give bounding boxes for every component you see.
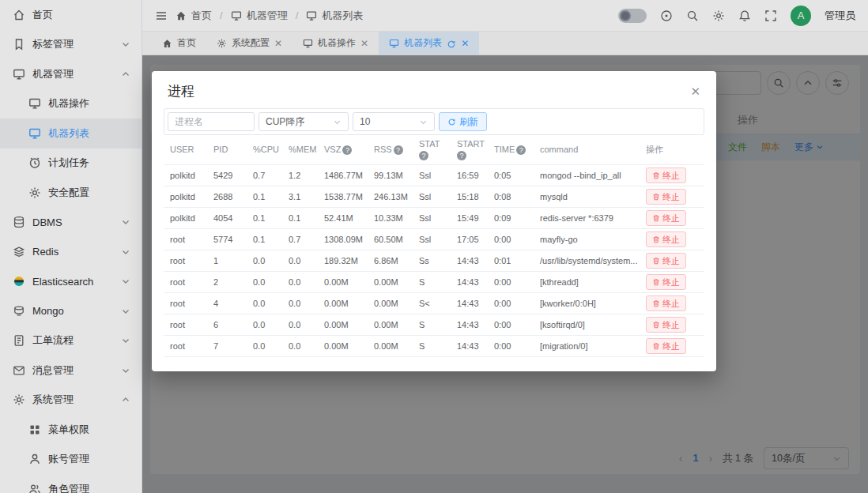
breadcrumb-item[interactable]: 机器管理 [247,9,288,23]
cell-mem: 0.0 [282,341,318,351]
sidebar-item-roles[interactable]: 角色管理 [0,474,142,493]
cell-rss: 0.00M [368,277,413,287]
menu-grid-icon [28,423,41,436]
cell-pid: 4 [207,299,247,308]
sidebar-item-accounts[interactable]: 账号管理 [0,445,142,475]
more-link[interactable]: 更多 [794,141,824,154]
sidebar-item-messages[interactable]: 消息管理 [0,356,142,386]
kill-process-button[interactable]: 终止 [646,231,686,247]
card-search-bar [709,71,849,95]
help-icon[interactable]: ? [457,151,466,160]
gear-icon[interactable] [712,9,725,22]
kill-process-button[interactable]: 终止 [646,253,686,269]
process-table-row: root 7 0.0 0.0 0.00M 0.00M S 14:43 0:00 … [164,336,704,357]
page-number[interactable]: 1 [693,453,698,464]
cell-time: 0:00 [488,235,534,244]
sidebar-item-menu-permissions[interactable]: 菜单权限 [0,415,142,445]
kill-process-button[interactable]: 终止 [646,210,686,226]
prev-page-button[interactable]: ‹ [679,452,683,465]
close-icon[interactable]: ✕ [690,85,700,97]
help-icon[interactable]: ? [342,145,352,155]
breadcrumb-item[interactable]: 机器列表 [322,9,363,23]
monitor-icon [28,127,41,140]
workorder-icon [13,334,25,347]
file-link[interactable]: 文件 [728,141,747,154]
search-icon[interactable] [686,9,699,22]
help-icon[interactable]: ? [516,145,526,155]
kill-process-button[interactable]: 终止 [646,317,686,333]
hamburger-menu-icon[interactable] [155,9,168,22]
cell-actions: 终止 [640,274,704,290]
cell-time: 0:00 [488,320,534,329]
dark-mode-toggle[interactable] [618,9,647,23]
avatar[interactable]: A [791,6,811,26]
help-icon[interactable]: ? [394,145,403,155]
sidebar-item-elasticsearch[interactable]: Elasticsearch [0,267,142,297]
sidebar-item-mongo[interactable]: Mongo [0,296,142,326]
sidebar-item-machine-mgmt[interactable]: 机器管理 [0,59,142,89]
dialog-header: 进程 ✕ [152,71,716,108]
close-icon[interactable]: ✕ [274,39,282,48]
row-count-select[interactable]: 10 [353,112,435,131]
language-icon[interactable] [660,9,673,22]
sidebar-item-machine-ops[interactable]: 机器操作 [0,89,142,119]
sidebar-item-security-config[interactable]: 安全配置 [0,178,142,208]
sidebar-item-workorder[interactable]: 工单流程 [0,326,142,356]
fullscreen-icon[interactable] [764,9,777,22]
cell-rss: 246.13M [368,192,413,201]
bell-icon[interactable] [738,9,751,22]
sidebar-item-redis[interactable]: Redis [0,237,142,267]
sidebar-item-home[interactable]: 首页 [0,0,142,30]
tab-system-config[interactable]: 系统配置 ✕ [206,32,292,55]
sort-order-select[interactable]: CUP降序 [259,112,349,131]
process-name-input[interactable] [168,112,255,131]
cell-rss: 6.86M [368,256,413,265]
breadcrumb-item[interactable]: 首页 [191,9,212,23]
tab-home[interactable]: 首页 [152,32,206,55]
tab-machine-list[interactable]: 机器列表 ✕ [379,32,479,55]
sidebar-item-machine-list[interactable]: 机器列表 [0,119,142,149]
kill-process-button[interactable]: 终止 [646,338,686,354]
chevron-down-icon [121,307,130,316]
sidebar-item-system-mgmt[interactable]: 系统管理 [0,386,142,416]
tab-machine-ops[interactable]: 机器操作 ✕ [292,32,379,55]
refresh-button[interactable]: 刷新 [439,112,487,131]
app-root: 首页 标签管理 机器管理 机器操作 机器列表 计划任务 安全配置 [0,0,868,493]
machine-search-input[interactable] [709,71,761,95]
kill-process-button[interactable]: 终止 [646,295,686,311]
cell-start: 14:43 [451,320,488,329]
cell-cpu: 0.1 [247,213,282,223]
username-label[interactable]: 管理员 [825,9,855,23]
page-size-select[interactable]: 10条/页 [764,447,849,469]
close-icon[interactable]: ✕ [461,39,469,48]
help-icon[interactable]: ? [419,151,428,160]
filter-settings-button[interactable] [825,71,849,95]
chevron-up-icon [121,395,130,405]
refresh-icon [447,118,456,126]
cell-start: 15:49 [451,213,488,223]
cell-user: polkitd [164,213,207,223]
cell-command: /usr/lib/systemd/system... [534,256,640,265]
refresh-icon[interactable] [447,39,456,48]
sidebar-item-dbms[interactable]: DBMS [0,208,142,238]
script-link[interactable]: 脚本 [761,141,780,154]
sidebar-item-tags[interactable]: 标签管理 [0,30,142,60]
gear-icon [13,393,25,406]
cell-stat: S [413,320,451,329]
next-page-button[interactable]: › [708,452,712,465]
sidebar-item-cron-tasks[interactable]: 计划任务 [0,149,142,179]
cell-rss: 60.50M [368,235,413,244]
cell-start: 14:43 [451,277,488,287]
kill-process-button[interactable]: 终止 [646,274,686,290]
search-button[interactable] [767,71,791,95]
total-count-label: 共 1 条 [723,452,753,465]
cell-command: mayfly-go [534,235,640,244]
process-table-header: USER PID %CPU %MEM VSZ? RSS? STAT? START… [164,135,704,165]
breadcrumb: 首页 / 机器管理 / 机器列表 [175,9,363,23]
cell-stat: Ssl [413,213,451,223]
close-icon[interactable]: ✕ [360,39,368,48]
cell-user: root [164,256,207,265]
kill-process-button[interactable]: 终止 [646,189,686,205]
kill-process-button[interactable]: 终止 [646,167,686,183]
collapse-button[interactable] [796,71,820,95]
